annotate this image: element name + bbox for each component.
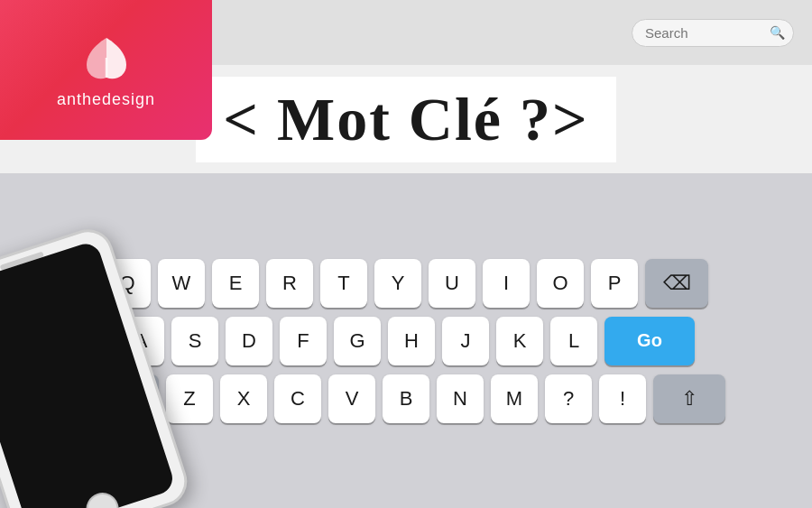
key-c[interactable]: C xyxy=(274,374,321,423)
key-shift-right[interactable]: ⇧ xyxy=(653,374,725,423)
key-go[interactable]: Go xyxy=(604,317,695,365)
key-g[interactable]: G xyxy=(334,317,381,365)
logo-box: anthedesign xyxy=(0,0,212,140)
key-e[interactable]: E xyxy=(212,259,259,308)
search-box[interactable]: 🔍 xyxy=(632,19,794,47)
key-x[interactable]: X xyxy=(220,374,267,423)
main-title: < Mot Clé ?> xyxy=(196,77,616,162)
key-v[interactable]: V xyxy=(328,374,375,423)
key-d[interactable]: D xyxy=(226,317,272,365)
key-i[interactable]: I xyxy=(483,259,530,308)
key-k[interactable]: K xyxy=(496,317,543,365)
key-backspace[interactable]: ⌫ xyxy=(645,259,708,308)
search-input[interactable] xyxy=(645,25,762,41)
logo-text: anthedesign xyxy=(57,90,155,109)
key-question[interactable]: ? xyxy=(545,374,592,423)
keyboard-row-3: ⇧ Z X C V B N M ? ! ⇧ xyxy=(87,374,725,423)
key-u[interactable]: U xyxy=(429,259,475,308)
key-h[interactable]: H xyxy=(388,317,435,365)
key-j[interactable]: J xyxy=(442,317,489,365)
key-exclamation[interactable]: ! xyxy=(599,374,646,423)
logo-icon xyxy=(79,31,134,85)
key-o[interactable]: O xyxy=(537,259,584,308)
key-s[interactable]: S xyxy=(171,317,218,365)
key-t[interactable]: T xyxy=(320,259,367,308)
key-p[interactable]: P xyxy=(591,259,638,308)
key-y[interactable]: Y xyxy=(374,259,421,308)
key-z[interactable]: Z xyxy=(166,374,213,423)
key-m[interactable]: M xyxy=(491,374,538,423)
key-l[interactable]: L xyxy=(550,317,597,365)
key-b[interactable]: B xyxy=(383,374,429,423)
key-n[interactable]: N xyxy=(437,374,484,423)
key-r[interactable]: R xyxy=(266,259,313,308)
key-f[interactable]: F xyxy=(280,317,327,365)
search-icon: 🔍 xyxy=(770,25,785,40)
keyboard-row-2: A S D F G H J K L Go xyxy=(117,317,695,365)
keyboard-row-1: Q W E R T Y U I O P ⌫ xyxy=(104,259,708,308)
key-w[interactable]: W xyxy=(158,259,205,308)
